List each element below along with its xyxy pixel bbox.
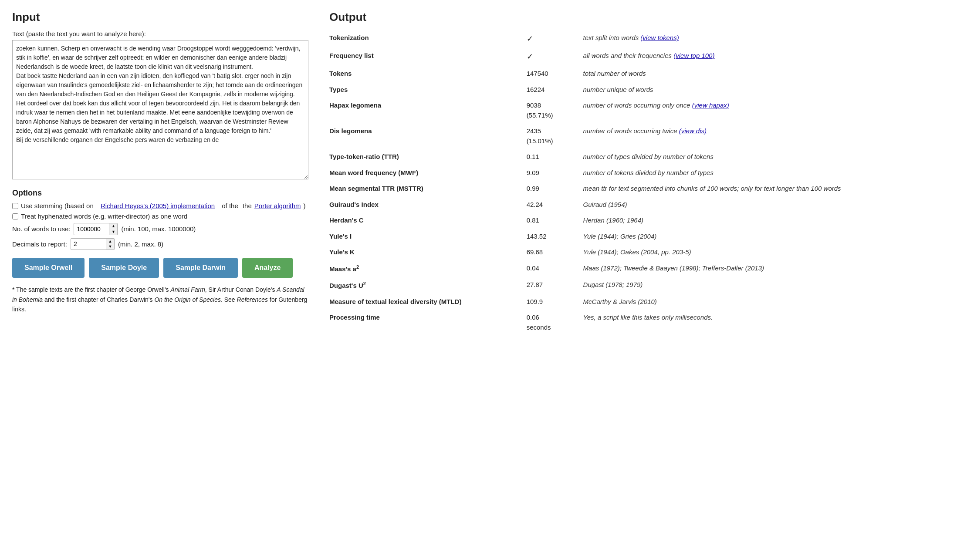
table-row: Guiraud's Index42.24Guiraud (1954) bbox=[329, 197, 962, 213]
table-row: Mean segmental TTR (MSTTR)0.99mean ttr f… bbox=[329, 181, 962, 197]
row-value: ✓ bbox=[527, 30, 583, 48]
row-label: Type-token-ratio (TTR) bbox=[329, 149, 527, 165]
row-label: Tokenization bbox=[329, 30, 527, 48]
row-link[interactable]: (view tokens) bbox=[640, 34, 679, 41]
row-description: mean ttr for text segmented into chunks … bbox=[583, 181, 962, 197]
row-description: number of words occurring twice (view di… bbox=[583, 123, 962, 149]
row-description: Yes, a script like this takes only milli… bbox=[583, 310, 962, 335]
row-value: 27.87 bbox=[527, 277, 583, 294]
row-label: Frequency list bbox=[329, 48, 527, 66]
row-description: number of tokens divided by number of ty… bbox=[583, 165, 962, 181]
row-description: Yule (1944); Oakes (2004, pp. 203-5) bbox=[583, 244, 962, 260]
decimals-input[interactable] bbox=[71, 239, 106, 249]
row-description: number of words occurring only once (vie… bbox=[583, 98, 962, 123]
options-section: Options Use stemming (based on Richard H… bbox=[12, 189, 308, 250]
row-value: ✓ bbox=[527, 48, 583, 66]
words-spinner: ▲ ▼ bbox=[109, 223, 117, 235]
table-row: Herdan's C0.81Herdan (1960; 1964) bbox=[329, 213, 962, 229]
table-row: Dugast's U227.87Dugast (1978; 1979) bbox=[329, 277, 962, 294]
left-panel: Input Text (paste the text you want to a… bbox=[12, 10, 308, 314]
output-title: Output bbox=[329, 10, 962, 24]
sample-darwin-button[interactable]: Sample Darwin bbox=[163, 258, 238, 278]
row-value: 0.06 seconds bbox=[527, 310, 583, 335]
row-value: 9.09 bbox=[527, 165, 583, 181]
row-link[interactable]: (view hapax) bbox=[692, 101, 729, 109]
table-row: Frequency list✓all words and their frequ… bbox=[329, 48, 962, 66]
row-label: Hapax legomena bbox=[329, 98, 527, 123]
words-up[interactable]: ▲ bbox=[109, 223, 117, 229]
textarea-label: Text (paste the text you want to analyze… bbox=[12, 30, 308, 37]
row-value: 0.11 bbox=[527, 149, 583, 165]
table-row: Types16224number unique of words bbox=[329, 82, 962, 98]
row-label: Dis legomena bbox=[329, 123, 527, 149]
row-label: Herdan's C bbox=[329, 213, 527, 229]
footnote: * The sample texts are the first chapter… bbox=[12, 285, 308, 314]
row-link[interactable]: (view top 100) bbox=[673, 52, 714, 59]
table-row: Tokenization✓text split into words (view… bbox=[329, 30, 962, 48]
row-label: Yule's K bbox=[329, 244, 527, 260]
decimals-row: Decimals to report: ▲ ▼ (min. 2, max. 8) bbox=[12, 238, 308, 250]
row-value: 16224 bbox=[527, 82, 583, 98]
sample-orwell-button[interactable]: Sample Orwell bbox=[12, 258, 85, 278]
row-description: number of types divided by number of tok… bbox=[583, 149, 962, 165]
hyphen-label: Treat hyphenated words (e.g. writer-dire… bbox=[21, 213, 187, 220]
row-link[interactable]: (view dis) bbox=[679, 127, 707, 135]
table-row: Maas's a20.04Maas (1972); Tweedie & Baay… bbox=[329, 260, 962, 277]
table-row: Type-token-ratio (TTR)0.11number of type… bbox=[329, 149, 962, 165]
stemming-checkbox[interactable] bbox=[12, 203, 18, 209]
row-label: Maas's a2 bbox=[329, 260, 527, 277]
row-description: all words and their frequencies (view to… bbox=[583, 48, 962, 66]
row-value: 143.52 bbox=[527, 229, 583, 245]
row-description: Maas (1972); Tweedie & Baayen (1998); Tr… bbox=[583, 260, 962, 277]
row-description: Herdan (1960; 1964) bbox=[583, 213, 962, 229]
porter-link[interactable]: Porter algorithm bbox=[254, 202, 301, 209]
row-value: 109.9 bbox=[527, 294, 583, 310]
row-description: Dugast (1978; 1979) bbox=[583, 277, 962, 294]
options-title: Options bbox=[12, 189, 308, 198]
table-row: Processing time0.06 secondsYes, a script… bbox=[329, 310, 962, 335]
decimals-down[interactable]: ▼ bbox=[106, 244, 114, 250]
words-down[interactable]: ▼ bbox=[109, 229, 117, 235]
output-table: Tokenization✓text split into words (view… bbox=[329, 30, 962, 335]
row-value: 9038 (55.71%) bbox=[527, 98, 583, 123]
table-row: Tokens147540total number of words bbox=[329, 66, 962, 82]
decimals-spinner: ▲ ▼ bbox=[106, 239, 114, 250]
row-value: 69.68 bbox=[527, 244, 583, 260]
row-value: 42.24 bbox=[527, 197, 583, 213]
sample-doyle-button[interactable]: Sample Doyle bbox=[89, 258, 159, 278]
stemming-option-row: Use stemming (based on Richard Heyes's (… bbox=[12, 202, 308, 209]
row-label: Measure of textual lexical diversity (MT… bbox=[329, 294, 527, 310]
decimals-label: Decimals to report: bbox=[12, 240, 67, 248]
row-description: total number of words bbox=[583, 66, 962, 82]
right-panel: Output Tokenization✓text split into word… bbox=[329, 10, 962, 335]
words-input[interactable] bbox=[74, 224, 109, 234]
table-row: Mean word frequency (MWF)9.09number of t… bbox=[329, 165, 962, 181]
row-label: Mean word frequency (MWF) bbox=[329, 165, 527, 181]
row-description: number unique of words bbox=[583, 82, 962, 98]
decimals-hint: (min. 2, max. 8) bbox=[118, 240, 163, 248]
decimals-up[interactable]: ▲ bbox=[106, 239, 114, 244]
row-value: 0.04 bbox=[527, 260, 583, 277]
row-label: Tokens bbox=[329, 66, 527, 82]
stemming-label-before: Use stemming (based on bbox=[21, 202, 94, 209]
row-value: 2435 (15.01%) bbox=[527, 123, 583, 149]
row-value: 0.81 bbox=[527, 213, 583, 229]
row-description: McCarthy & Jarvis (2010) bbox=[583, 294, 962, 310]
words-hint: (min. 100, max. 1000000) bbox=[121, 225, 196, 233]
buttons-row: Sample Orwell Sample Doyle Sample Darwin… bbox=[12, 258, 308, 278]
row-label: Yule's I bbox=[329, 229, 527, 245]
table-row: Measure of textual lexical diversity (MT… bbox=[329, 294, 962, 310]
stemming-label-of: of the bbox=[222, 202, 238, 209]
table-row: Dis legomena2435 (15.01%)number of words… bbox=[329, 123, 962, 149]
row-label: Dugast's U2 bbox=[329, 277, 527, 294]
row-value: 147540 bbox=[527, 66, 583, 82]
row-label: Guiraud's Index bbox=[329, 197, 527, 213]
analyze-button[interactable]: Analyze bbox=[242, 258, 293, 278]
words-input-wrap: ▲ ▼ bbox=[74, 223, 118, 235]
words-label: No. of words to use: bbox=[12, 225, 70, 233]
row-label: Types bbox=[329, 82, 527, 98]
stemming-link[interactable]: Richard Heyes's (2005) implementation bbox=[101, 202, 215, 209]
text-input[interactable] bbox=[12, 40, 308, 179]
hyphen-checkbox[interactable] bbox=[12, 213, 18, 219]
footnote-text: * The sample texts are the first chapter… bbox=[12, 286, 307, 313]
